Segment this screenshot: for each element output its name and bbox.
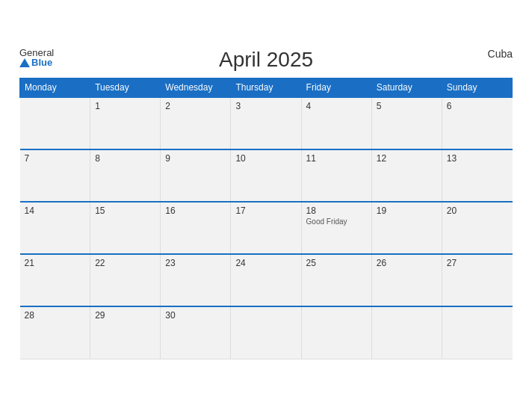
table-cell: 29 bbox=[90, 306, 161, 359]
day-number: 16 bbox=[165, 206, 226, 216]
header-monday: Monday bbox=[20, 78, 90, 98]
table-cell: 21 bbox=[20, 254, 90, 306]
day-number: 14 bbox=[25, 206, 86, 216]
table-cell bbox=[442, 306, 512, 359]
day-number: 19 bbox=[377, 206, 437, 216]
day-number: 26 bbox=[377, 258, 437, 268]
day-number: 1 bbox=[95, 101, 155, 111]
table-row: 21222324252627 bbox=[20, 254, 513, 306]
table-cell: 24 bbox=[231, 254, 301, 306]
table-cell bbox=[231, 306, 301, 359]
day-number: 22 bbox=[95, 258, 155, 268]
table-row: 78910111213 bbox=[20, 149, 513, 202]
day-number: 2 bbox=[165, 101, 226, 111]
day-number: 20 bbox=[447, 206, 508, 216]
table-cell: 23 bbox=[161, 254, 231, 306]
table-cell: 30 bbox=[161, 306, 231, 359]
weekday-header-row: Monday Tuesday Wednesday Thursday Friday… bbox=[20, 78, 513, 98]
table-cell: 16 bbox=[161, 202, 231, 254]
day-number: 7 bbox=[25, 153, 86, 164]
day-number: 10 bbox=[235, 153, 296, 164]
table-cell: 19 bbox=[371, 202, 442, 254]
day-number: 30 bbox=[165, 310, 226, 321]
day-number: 24 bbox=[235, 258, 296, 268]
day-number: 17 bbox=[235, 206, 296, 216]
country-label: Cuba bbox=[488, 48, 513, 60]
holiday-name: Good Friday bbox=[306, 217, 367, 226]
day-number: 25 bbox=[306, 258, 367, 268]
table-cell bbox=[371, 306, 442, 359]
logo-blue-text: Blue bbox=[19, 58, 54, 67]
table-cell: 28 bbox=[20, 306, 90, 359]
table-cell: 13 bbox=[442, 149, 512, 202]
header-sunday: Sunday bbox=[442, 78, 512, 98]
table-cell: 6 bbox=[442, 97, 512, 149]
table-cell: 5 bbox=[371, 97, 442, 149]
table-cell: 7 bbox=[20, 149, 90, 202]
day-number: 15 bbox=[95, 206, 155, 216]
table-cell: 17 bbox=[231, 202, 301, 254]
table-cell: 8 bbox=[90, 149, 161, 202]
header-tuesday: Tuesday bbox=[90, 78, 161, 98]
day-number: 18 bbox=[306, 206, 367, 216]
table-cell: 4 bbox=[301, 97, 371, 149]
table-cell bbox=[301, 306, 371, 359]
day-number: 12 bbox=[377, 153, 437, 164]
header-saturday: Saturday bbox=[371, 78, 442, 98]
calendar-title: April 2025 bbox=[219, 48, 313, 72]
logo: General Blue bbox=[19, 48, 54, 67]
day-number: 29 bbox=[95, 310, 155, 321]
table-cell: 14 bbox=[20, 202, 90, 254]
table-cell: 1 bbox=[90, 97, 161, 149]
header-wednesday: Wednesday bbox=[161, 78, 231, 98]
table-cell: 10 bbox=[231, 149, 301, 202]
logo-triangle-icon bbox=[19, 58, 30, 67]
day-number: 11 bbox=[306, 153, 367, 164]
calendar-header: General Blue April 2025 Cuba bbox=[19, 48, 513, 72]
table-row: 282930 bbox=[20, 306, 513, 359]
day-number: 4 bbox=[306, 101, 367, 111]
table-cell: 26 bbox=[371, 254, 442, 306]
table-cell: 25 bbox=[301, 254, 371, 306]
header-thursday: Thursday bbox=[231, 78, 301, 98]
table-cell: 2 bbox=[161, 97, 231, 149]
table-cell: 20 bbox=[442, 202, 512, 254]
day-number: 9 bbox=[165, 153, 226, 164]
table-cell: 18Good Friday bbox=[301, 202, 371, 254]
table-cell bbox=[20, 97, 90, 149]
day-number: 21 bbox=[25, 258, 86, 268]
day-number: 28 bbox=[25, 310, 86, 321]
table-cell: 27 bbox=[442, 254, 512, 306]
day-number: 8 bbox=[95, 153, 155, 164]
table-row: 1415161718Good Friday1920 bbox=[20, 202, 513, 254]
day-number: 23 bbox=[165, 258, 226, 268]
day-number: 27 bbox=[447, 258, 508, 268]
table-cell: 11 bbox=[301, 149, 371, 202]
day-number: 3 bbox=[235, 101, 296, 111]
calendar-table: Monday Tuesday Wednesday Thursday Friday… bbox=[19, 78, 513, 359]
day-number: 5 bbox=[377, 101, 437, 111]
calendar-container: General Blue April 2025 Cuba Monday Tues… bbox=[8, 40, 524, 371]
day-number: 6 bbox=[447, 101, 508, 111]
header-friday: Friday bbox=[301, 78, 371, 98]
table-cell: 15 bbox=[90, 202, 161, 254]
table-cell: 9 bbox=[161, 149, 231, 202]
day-number: 13 bbox=[447, 153, 508, 164]
table-cell: 3 bbox=[231, 97, 301, 149]
table-cell: 22 bbox=[90, 254, 161, 306]
table-row: 123456 bbox=[20, 97, 513, 149]
table-cell: 12 bbox=[371, 149, 442, 202]
